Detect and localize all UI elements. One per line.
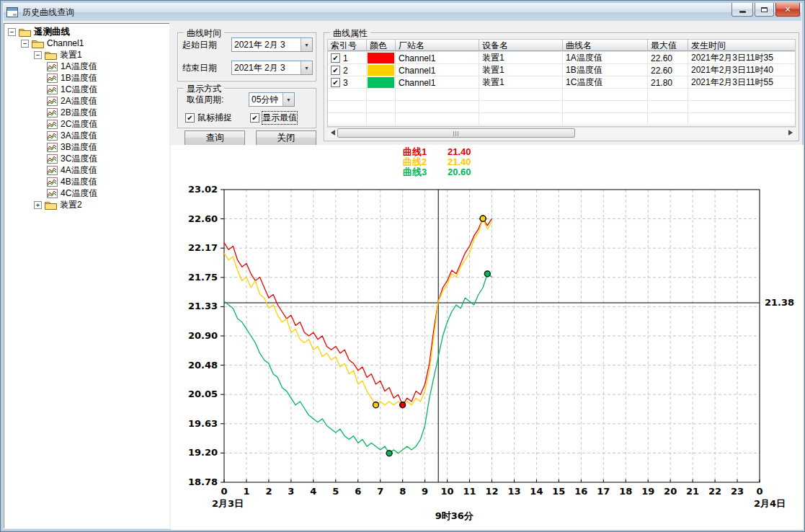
tree-item[interactable]: 3A温度值 (5, 130, 168, 141)
table-scrollbar[interactable] (327, 127, 796, 138)
x-tick-label: 11 (463, 486, 476, 497)
tree-item-label: 遥测曲线 (34, 26, 70, 38)
properties-groupbox: 曲线属性 索引号颜色厂站名设备名曲线名最大值发生时间✔1Channel1装置11… (324, 32, 799, 141)
tree-item[interactable]: 1B温度值 (5, 72, 168, 84)
x-tick-label: 0 (756, 486, 762, 497)
column-header[interactable]: 厂站名 (396, 40, 479, 51)
folder-icon (45, 200, 57, 210)
row-checkbox[interactable]: ✔ (331, 66, 340, 75)
curve-name: 1C温度值 (563, 76, 648, 88)
y-tick-label: 23.02 (188, 184, 218, 195)
tree-item-label: 3B温度值 (61, 141, 97, 154)
table-cell (396, 89, 479, 100)
x-tick-label: 8 (399, 486, 406, 497)
chevron-down-icon[interactable]: ▼ (301, 61, 312, 74)
table-row[interactable]: ✔2Channel1装置11B温度值22.602021年2月3日11时40 (328, 64, 795, 76)
row-checkbox[interactable]: ✔ (331, 78, 340, 87)
tree-item[interactable]: 2C温度值 (5, 118, 168, 130)
column-header[interactable]: 曲线名 (563, 40, 648, 51)
table-row[interactable]: ✔3Channel1装置11C温度值21.802021年2月3日11时55 (328, 76, 795, 89)
row-index: 3 (343, 78, 348, 88)
tree-item[interactable]: 3B温度值 (5, 141, 168, 153)
collapse-icon[interactable]: − (8, 28, 16, 36)
station-name: Channel1 (396, 52, 479, 63)
tree-item[interactable]: 2A温度值 (5, 95, 168, 107)
tree-item[interactable]: 4A温度值 (5, 164, 168, 176)
row-checkbox[interactable]: ✔ (331, 53, 340, 63)
occurrence-time: 2021年2月3日11时55 (688, 76, 796, 88)
time-groupbox: 曲线时间 起始日期 2021年 2月 3 ▼ 结束日期 2021年 2月 3 ▼ (177, 32, 316, 81)
end-date-combo[interactable]: 2021年 2月 3 ▼ (231, 61, 313, 75)
minimize-icon (739, 11, 746, 13)
collapse-icon[interactable]: − (34, 51, 42, 59)
chart-plot[interactable]: 23.0222.6022.1721.7521.3320.9020.4820.05… (171, 145, 804, 530)
column-header[interactable]: 发生时间 (688, 40, 796, 51)
x-tick-label: 0 (221, 486, 227, 497)
column-header[interactable]: 设备名 (479, 40, 563, 51)
curve-tree[interactable]: −遥测曲线−Channel1−装置11A温度值1B温度值1C温度值2A温度值2B… (4, 23, 169, 528)
query-button[interactable]: 查询 (184, 130, 245, 146)
chevron-down-icon[interactable]: ▼ (301, 38, 312, 51)
x-tick-label: 2 (265, 486, 272, 497)
x-tick-label: 13 (507, 486, 520, 497)
y-tick-label: 20.90 (188, 330, 218, 341)
tree-item[interactable]: 2B温度值 (5, 107, 168, 118)
maximize-button[interactable] (755, 3, 774, 17)
start-date-combo[interactable]: 2021年 2月 3 ▼ (231, 37, 313, 52)
tree-item[interactable]: 4B温度值 (5, 176, 168, 187)
curve-icon (47, 74, 58, 83)
color-swatch (368, 53, 394, 63)
curve-icon (47, 177, 58, 187)
tree-item[interactable]: −Channel1 (5, 37, 168, 49)
max-value: 22.60 (648, 52, 688, 63)
table-cell (688, 113, 796, 125)
x-tick-label: 23 (731, 486, 744, 497)
column-header[interactable]: 颜色 (367, 40, 396, 51)
table-cell (396, 101, 479, 112)
period-combo[interactable]: 05分钟 ▼ (249, 92, 295, 107)
tree-item[interactable]: 1A温度值 (5, 61, 168, 72)
collapse-icon[interactable]: − (21, 40, 29, 48)
chevron-down-icon[interactable]: ▼ (283, 93, 294, 106)
page-title: 历史曲线查询 (22, 6, 74, 19)
empty-table-row (328, 113, 795, 125)
table-row[interactable]: ✔1Channel1装置11A温度值22.602021年2月3日11时35 (328, 52, 795, 64)
y-tick-label: 21.33 (188, 301, 218, 311)
expand-icon[interactable]: + (34, 201, 42, 209)
device-name: 装置1 (479, 76, 563, 88)
show-extremes-checkbox[interactable]: ✔ 显示最值 (250, 112, 297, 124)
scroll-right-arrow[interactable] (785, 128, 796, 138)
extreme-marker (400, 402, 406, 408)
column-header[interactable]: 索引号 (328, 40, 367, 51)
column-header[interactable]: 最大值 (648, 40, 688, 51)
tree-item[interactable]: 3C温度值 (5, 153, 168, 164)
chart-canvas[interactable]: 曲线121.40曲线221.40曲线320.60 23.0222.6022.17… (171, 145, 804, 530)
caption-buttons: ✕ (731, 3, 800, 17)
period-value: 05分钟 (249, 94, 283, 106)
close-button[interactable]: ✕ (775, 3, 800, 17)
close-dialog-button[interactable]: 关闭 (256, 130, 316, 146)
mouse-capture-checkbox[interactable]: ✔ 鼠标捕捉 (185, 112, 232, 124)
x-tick-label: 3 (288, 486, 294, 497)
mouse-capture-label: 鼠标捕捉 (197, 112, 232, 124)
x-tick-label: 19 (641, 486, 654, 497)
tree-item[interactable]: −遥测曲线 (5, 26, 168, 37)
legend-label: 曲线2 (403, 157, 437, 167)
tree-item[interactable]: −装置1 (5, 49, 168, 61)
legend-label: 曲线1 (403, 147, 437, 157)
table-cell (367, 89, 396, 100)
curve-icon (47, 62, 58, 71)
legend-value: 20.60 (448, 167, 471, 177)
tree-item[interactable]: 4C温度值 (5, 187, 168, 199)
tree-item[interactable]: +装置2 (5, 199, 168, 210)
table-cell (367, 113, 396, 125)
scroll-left-arrow[interactable] (327, 128, 338, 138)
minimize-button[interactable] (731, 3, 753, 17)
max-value: 22.60 (648, 64, 688, 76)
curve-icon (47, 85, 58, 94)
tree-item[interactable]: 1C温度值 (5, 84, 168, 95)
left-triangle-icon (331, 130, 335, 136)
end-date-value: 2021年 2月 3 (232, 62, 301, 74)
app-window: 历史曲线查询 ✕ −遥测曲线−Channel1−装置11A温度值1B温度值1C温… (0, 0, 805, 532)
scroll-thumb[interactable] (337, 128, 575, 138)
